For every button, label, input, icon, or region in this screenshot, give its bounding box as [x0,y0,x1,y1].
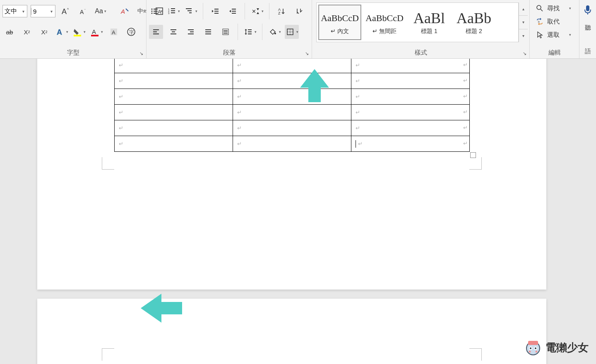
strikethrough-button[interactable]: ab [2,25,17,39]
enclose-char-icon: 字 [126,27,136,37]
font-size-combo[interactable]: 9 ▾ [31,5,55,17]
replace-button[interactable]: b 取代 [532,16,574,27]
svg-rect-28 [187,10,192,11]
text-cursor [356,140,356,148]
svg-rect-26 [171,12,175,13]
svg-rect-72 [528,341,538,345]
group-editing: 尋找 ▾ b 取代 選取 ▾ 編輯 [530,0,579,58]
svg-text:A: A [80,9,84,15]
style-name: ↵ 內文 [331,28,349,35]
numbering-button[interactable]: 123 [166,4,180,18]
svg-rect-8 [74,35,81,36]
svg-rect-53 [223,32,228,33]
subscript-button[interactable]: X2 [20,25,34,39]
style-item-nospacing[interactable]: AaBbCcD ↵ 無間距 [363,5,406,40]
svg-text:ˇ: ˇ [84,8,86,12]
strikethrough-icon: ab [5,27,14,37]
decrease-indent-button[interactable] [208,4,222,18]
font-color-button[interactable]: A [89,25,103,39]
grow-font-button[interactable]: A^ [59,4,73,18]
dialog-launcher-icon[interactable]: ↘ [138,50,144,57]
chevron-down-icon[interactable]: ▾ [48,9,55,14]
align-right-icon [186,27,196,37]
svg-rect-43 [172,31,175,32]
align-justify-button[interactable] [201,25,215,39]
enclose-char-button[interactable]: 字 [124,25,138,39]
gallery-up-button[interactable]: ▴ [519,2,528,16]
listen-label-partial: 聽 [585,24,591,32]
svg-text:A: A [92,28,96,35]
svg-rect-16 [154,9,158,10]
borders-button[interactable] [285,25,299,39]
group-label-styles: 樣式 [415,49,427,57]
style-item-heading1[interactable]: AaBl 標題 1 [408,5,451,40]
line-spacing-button[interactable] [243,25,257,39]
svg-rect-41 [153,34,159,34]
svg-rect-22 [171,8,175,9]
asian-layout-button[interactable]: ✕ [250,4,264,18]
styles-gallery: AaBbCcD ↵ 內文 AaBbCcD ↵ 無間距 AaBl 標題 1 AaB… [316,2,519,42]
change-case-button[interactable]: Aa [94,4,108,18]
svg-text:b: b [538,20,540,23]
dialog-launcher-icon[interactable]: ↘ [521,50,528,57]
svg-point-70 [530,347,531,349]
char-shading-button[interactable]: A [107,25,121,39]
table-row[interactable]: ↵↵↵↵ [115,73,470,89]
clear-format-button[interactable]: A [118,4,132,18]
font-name-combo[interactable]: 文中 ▾ [2,5,27,17]
show-marks-button[interactable] [292,4,306,18]
gallery-down-button[interactable]: ▾ [519,16,528,29]
svg-point-19 [151,13,153,14]
chevron-down-icon[interactable]: ▾ [19,9,27,14]
style-item-normal[interactable]: AaBbCcD ↵ 內文 [318,5,361,40]
increase-indent-button[interactable] [226,4,240,18]
table-row[interactable]: ↵↵↵↵ [115,104,470,120]
svg-rect-32 [214,13,219,14]
shading-button[interactable] [267,25,281,39]
table-row[interactable]: ↵↵↵↵ [115,136,470,151]
sort-button[interactable]: AZ [274,4,288,18]
svg-text:A: A [57,28,62,36]
document-workspace[interactable]: ↵↵↵↵ ↵↵↵↵ ↵↵↵↵ ↵↵↵↵ ↵↵↵↵ ↵↵↵↵ ↵ 電獺少女 [0,59,596,364]
svg-text:A: A [112,29,115,36]
align-right-button[interactable] [184,25,198,39]
char-shading-icon: A [109,27,119,37]
select-button[interactable]: 選取 ▾ [532,29,574,41]
multilevel-list-button[interactable] [184,4,198,18]
gallery-scroll: ▴ ▾ ▾ [519,2,528,42]
gallery-more-button[interactable]: ▾ [519,29,528,42]
align-distribute-button[interactable] [219,25,233,39]
replace-icon: b [535,17,545,26]
font-name-value: 文中 [3,7,19,15]
svg-text:Z: Z [278,11,281,15]
svg-point-73 [529,351,531,353]
svg-rect-49 [205,31,211,32]
style-item-heading2[interactable]: AaBb 標題 2 [452,5,495,40]
separator [238,24,238,40]
dialog-launcher-icon[interactable]: ↘ [303,50,310,57]
superscript-button[interactable]: X2 [37,25,51,39]
align-center-button[interactable] [166,25,180,39]
svg-rect-39 [153,29,159,30]
page-2[interactable]: ↵ [37,299,546,364]
font-color-icon: A [90,27,100,37]
page-1[interactable]: ↵↵↵↵ ↵↵↵↵ ↵↵↵↵ ↵↵↵↵ ↵↵↵↵ ↵↵↵↵ [37,59,546,290]
group-label-font: 字型 [67,49,79,57]
document-table[interactable]: ↵↵↵↵ ↵↵↵↵ ↵↵↵↵ ↵↵↵↵ ↵↵↵↵ ↵↵↵↵ [114,59,470,152]
find-button[interactable]: 尋找 ▾ [532,2,574,14]
align-left-button[interactable] [149,25,163,39]
table-row[interactable]: ↵↵↵↵ [115,89,470,104]
table-row[interactable]: ↵↵↵↵ [115,120,470,136]
subscript-icon: X2 [22,27,32,37]
multilevel-icon [184,6,194,16]
bullets-button[interactable] [149,4,163,18]
text-effects-button[interactable]: A [55,25,69,39]
shrink-font-button[interactable]: Aˇ [76,4,90,18]
bullets-icon [149,6,159,16]
highlight-icon [72,27,82,37]
align-center-icon [168,27,178,37]
highlight-button[interactable] [72,25,86,39]
svg-point-71 [535,347,536,349]
table-row[interactable]: ↵↵↵↵ [115,59,470,73]
style-name: 標題 1 [421,28,437,35]
